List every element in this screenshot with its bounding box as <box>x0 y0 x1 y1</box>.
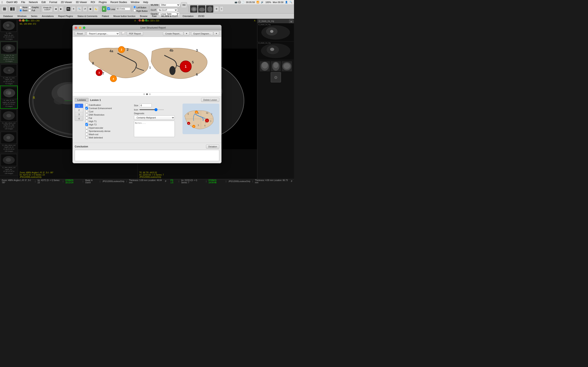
page-dot-2[interactable] <box>146 93 148 95</box>
layout-single-btn[interactable] <box>1 6 8 12</box>
menu-window[interactable]: Window <box>129 0 141 4</box>
icon-slider[interactable] <box>139 109 164 110</box>
size-input[interactable] <box>139 104 152 107</box>
loop-checkbox-label[interactable]: Loop <box>107 7 115 10</box>
diagnostic-textarea[interactable] <box>134 121 175 137</box>
modal-minimize-btn[interactable] <box>79 26 81 29</box>
page-dot-3[interactable] <box>149 93 151 95</box>
toolbar2-status-comments[interactable]: Status & Comments <box>75 15 99 18</box>
menu-network[interactable]: Network <box>27 0 39 4</box>
toolbar2-2d3d[interactable]: 2D/3D <box>196 15 207 18</box>
hypervascular-checkbox-item[interactable]: Hypervascular <box>85 126 130 129</box>
create-report-btn[interactable]: Create Report... <box>163 32 183 36</box>
fat-checkbox-item[interactable]: Fat <box>85 117 130 119</box>
search-menu-icon[interactable]: 🔍 <box>290 1 292 3</box>
diagnostic-select[interactable]: Certainly Malignant Probably Malignant I… <box>134 115 175 120</box>
well-delimited-checkbox[interactable] <box>85 136 88 139</box>
menu-recent-studies[interactable]: Recent Studies <box>109 0 129 4</box>
contrast-enhancement-checkbox-item[interactable]: Contrast Enhancement <box>85 107 130 109</box>
menu-3dviewer[interactable]: 3D Viewer <box>74 0 89 4</box>
right-button-radio[interactable] <box>133 9 136 12</box>
reset-btn[interactable]: ↺ <box>83 6 87 12</box>
lesion-num-1[interactable]: 1 <box>75 104 83 108</box>
display-none-radio[interactable] <box>19 6 22 9</box>
next-series-btn[interactable]: ▶ <box>59 6 63 12</box>
lesion-num-4[interactable]: 4 <box>75 117 83 121</box>
toolbar2-series[interactable]: Series <box>29 15 39 18</box>
wash-out-checkbox-item[interactable]: Wash-out <box>85 133 130 136</box>
menu-osirixml[interactable]: OsiriX MD <box>5 0 19 4</box>
orientation-thumb-3[interactable] <box>206 5 213 13</box>
toolbar2-wlww-clut[interactable]: WL/WW & CLUT <box>159 15 180 18</box>
expand-btn[interactable]: » <box>220 6 224 12</box>
zoom-btn[interactable]: 🔍 <box>77 6 82 12</box>
orientation-thumb-2[interactable] <box>198 5 205 13</box>
modal-close-btn[interactable] <box>75 26 77 29</box>
dwi-restriction-checkbox-item[interactable]: DWI Restriction <box>85 113 130 116</box>
reset-report-btn[interactable]: Reset <box>75 32 85 36</box>
toolbar2-windows[interactable]: Windows <box>15 15 29 18</box>
wlww-select[interactable]: Other <box>160 3 180 7</box>
toolbar2-orientation[interactable]: Orientation <box>181 15 196 18</box>
invert-btn[interactable]: ▣ <box>88 6 93 12</box>
high-t1-checkbox[interactable] <box>85 120 88 123</box>
well-delimited-checkbox-item[interactable]: Well delimited <box>85 136 130 139</box>
menu-roi[interactable]: ROI <box>89 0 96 4</box>
calcification-checkbox-item[interactable]: Calcification <box>85 104 130 106</box>
measure-btn[interactable]: 📐 <box>94 6 99 12</box>
menu-help[interactable]: Help <box>141 0 150 4</box>
play-btn[interactable]: ▶ <box>102 6 106 12</box>
toolbar2-database[interactable]: Database <box>1 15 15 18</box>
move-btn[interactable]: ✛ <box>71 6 76 12</box>
export-diagram-dropdown[interactable]: ▾ <box>214 31 219 36</box>
pdf-report-btn[interactable]: PDF Report <box>127 32 143 36</box>
dwi-restriction-checkbox[interactable] <box>85 113 88 116</box>
orientation-thumb-1[interactable] <box>190 5 198 13</box>
display-full-option[interactable]: Full <box>28 9 39 12</box>
lesion-num-2[interactable]: 2 <box>75 108 83 112</box>
spontaneous-dense-checkbox-item[interactable]: Spontaneously dense <box>85 130 130 132</box>
toolbar2-mouse-fn[interactable]: Mouse button function <box>111 15 138 18</box>
cyst-checkbox-item[interactable]: Cyst <box>85 110 130 113</box>
menu-file[interactable]: File <box>20 0 27 4</box>
toolbar2-report-plugins[interactable]: Report Plugins <box>56 15 75 18</box>
fat-checkbox[interactable] <box>85 117 88 119</box>
high-t1-checkbox-item[interactable]: High T1 <box>85 120 130 123</box>
create-report-dropdown[interactable]: ▾ <box>184 31 190 36</box>
left-button-label[interactable]: Left Button <box>133 6 148 9</box>
calcification-checkbox[interactable] <box>85 104 88 106</box>
layout-split-btn[interactable] <box>9 6 16 12</box>
lesion-num-3[interactable]: 3 <box>75 112 83 117</box>
page-dot-1[interactable] <box>143 93 145 95</box>
display-full-radio[interactable] <box>28 9 31 12</box>
wash-out-checkbox[interactable] <box>85 133 88 136</box>
report-language-select[interactable]: Report Language... <box>87 32 120 36</box>
hypervascular-checkbox[interactable] <box>85 126 88 129</box>
spontaneous-dense-checkbox[interactable] <box>85 130 88 132</box>
display-none-option[interactable]: None <box>19 6 27 9</box>
display-basic-option[interactable]: Basic <box>19 9 27 12</box>
delete-lesion-btn[interactable]: Delete Lesion <box>201 98 219 102</box>
apple-icon[interactable]:  <box>2 1 3 4</box>
menu-plugins[interactable]: Plugins <box>97 0 108 4</box>
export-diagram-btn[interactable]: Export Diagram... <box>191 32 213 36</box>
toolbar2-patient[interactable]: Patient <box>100 15 111 18</box>
display-basic-radio[interactable] <box>19 9 22 12</box>
toolbar2-annotations[interactable]: Annotations <box>40 15 56 18</box>
prev-series-btn[interactable]: ◀ <box>53 6 58 12</box>
wl-button[interactable]: WL <box>66 7 70 11</box>
wlww-arrows-btn[interactable]: ⬆⬇ <box>181 2 187 8</box>
modal-maximize-btn[interactable] <box>83 26 85 29</box>
contrast-enhancement-checkbox[interactable] <box>85 107 88 109</box>
high-t2-checkbox-item[interactable]: High T2 <box>85 123 130 126</box>
display-graphic-option[interactable]: Graphic <box>28 6 39 9</box>
dictation-btn[interactable]: Dictation <box>206 145 219 149</box>
menu-2dviewer[interactable]: 2D Viewer <box>59 0 74 4</box>
series-selector[interactable]: Empty (0) LUZUY <box>42 6 53 12</box>
menu-edit[interactable]: Edit <box>40 0 47 4</box>
display-graphic-radio[interactable] <box>28 6 31 9</box>
clut-select[interactable]: No CLUT <box>157 8 178 12</box>
conclusion-textarea[interactable] <box>75 150 219 161</box>
toolbar2-browse[interactable]: Browse <box>138 15 150 18</box>
settings-btn[interactable]: ⚙ <box>214 6 219 12</box>
